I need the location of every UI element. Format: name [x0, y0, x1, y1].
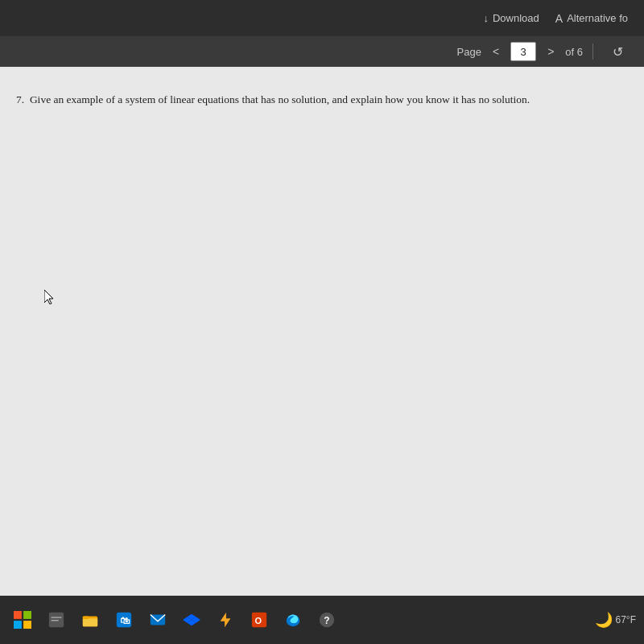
page-input[interactable] — [510, 42, 536, 61]
office-button[interactable]: O — [245, 605, 274, 634]
next-page-button[interactable]: > — [543, 43, 559, 60]
question-text: 7. Give an example of a system of linear… — [16, 91, 628, 109]
svg-rect-10 — [83, 616, 89, 619]
windows-start-button[interactable] — [8, 605, 37, 634]
edge-button[interactable] — [279, 605, 308, 634]
total-pages: of 6 — [565, 46, 583, 58]
download-icon: ↓ — [483, 12, 489, 24]
svg-text:?: ? — [324, 615, 329, 626]
alternative-label: Alternative fo — [567, 12, 628, 24]
top-bar: ↓ Download A Alternative fo — [0, 0, 644, 36]
bolt-button[interactable] — [211, 605, 240, 634]
mouse-cursor — [44, 290, 54, 304]
svg-rect-7 — [52, 620, 59, 621]
svg-rect-6 — [52, 617, 62, 617]
svg-marker-0 — [44, 290, 53, 304]
weather-display: 🌙 67°F — [595, 611, 636, 629]
page-label: Page — [457, 46, 481, 58]
question-body: Give an example of a system of linear eq… — [30, 93, 530, 105]
download-label: Download — [493, 12, 539, 24]
question-number: 7. — [16, 93, 24, 105]
font-icon: A — [555, 12, 563, 25]
alternative-button[interactable]: A Alternative fo — [555, 12, 628, 25]
store-button[interactable]: 🛍 — [109, 605, 138, 634]
svg-rect-1 — [14, 611, 22, 619]
svg-rect-2 — [23, 611, 31, 619]
svg-rect-3 — [14, 621, 22, 629]
search-button[interactable] — [42, 605, 71, 634]
temperature-display: 67°F — [616, 614, 636, 625]
svg-rect-9 — [83, 618, 97, 626]
file-explorer-button[interactable] — [76, 605, 105, 634]
taskbar: 🛍 O — [0, 596, 644, 644]
svg-rect-4 — [23, 621, 31, 629]
download-button[interactable]: ↓ Download — [483, 12, 539, 24]
mail-button[interactable] — [143, 605, 172, 634]
dropbox-button[interactable] — [177, 605, 206, 634]
prev-page-button[interactable]: < — [488, 43, 504, 60]
svg-text:O: O — [255, 616, 262, 625]
document-area: 7. Give an example of a system of linear… — [0, 67, 644, 596]
moon-icon: 🌙 — [595, 611, 613, 629]
svg-marker-18 — [221, 613, 231, 627]
refresh-button[interactable]: ↺ — [608, 43, 628, 61]
pagination-bar: Page < > of 6 ↺ — [0, 36, 644, 67]
help-button[interactable]: ? — [312, 605, 341, 634]
divider — [592, 43, 593, 60]
svg-text:🛍: 🛍 — [120, 615, 130, 626]
